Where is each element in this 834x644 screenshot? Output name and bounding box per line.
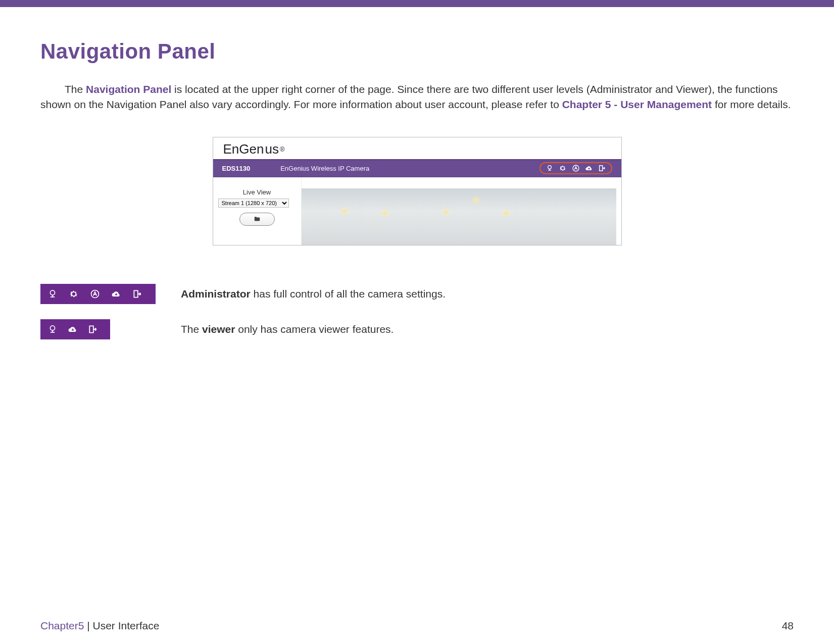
- footer-separator: |: [84, 620, 92, 631]
- user-a-icon[interactable]: [90, 289, 100, 299]
- logout-icon[interactable]: [88, 324, 98, 334]
- live-view-label: Live View: [218, 188, 296, 196]
- logo-registered: ®: [280, 145, 285, 153]
- gear-icon[interactable]: [69, 289, 79, 299]
- top-purple-bar: [0, 0, 834, 7]
- page-number: 48: [782, 620, 794, 632]
- footer-breadcrumb: Chapter5 | User Interface: [40, 620, 159, 632]
- device-title: EnGenius Wireless IP Camera: [280, 165, 539, 172]
- admin-label: Administrator: [181, 288, 251, 300]
- admin-icon-bar: [40, 284, 156, 304]
- admin-description: Administrator has full control of all th…: [181, 288, 446, 300]
- viewer-text: only has camera viewer features.: [235, 323, 394, 335]
- viewer-label: viewer: [202, 323, 235, 335]
- folder-button[interactable]: [239, 213, 275, 226]
- footer-chapter: Chapter5: [40, 620, 84, 631]
- cloud-download-icon[interactable]: [111, 289, 121, 299]
- svg-point-0: [548, 166, 551, 169]
- screenshot-header: EnGen us ®: [213, 137, 621, 159]
- camera-icon[interactable]: [47, 289, 58, 299]
- intro-paragraph: The Navigation Panel is located at the u…: [40, 82, 794, 113]
- viewer-row: The viewer only has camera viewer featur…: [40, 319, 794, 339]
- page-content: Navigation Panel The Navigation Panel is…: [0, 7, 834, 644]
- screenshot-sidebar: Live View Stream 1 (1280 x 720): [213, 177, 302, 245]
- logout-icon[interactable]: [132, 289, 142, 299]
- camera-icon[interactable]: [47, 324, 58, 334]
- cloud-download-icon[interactable]: [68, 324, 78, 334]
- logo-text-prefix: EnGen: [223, 141, 264, 157]
- viewer-icon-bar: [40, 319, 110, 339]
- device-model: EDS1130: [222, 165, 251, 172]
- gear-icon[interactable]: [559, 164, 567, 172]
- viewer-prefix: The: [181, 323, 202, 335]
- viewer-description: The viewer only has camera viewer featur…: [181, 323, 394, 335]
- footer-section: User Interface: [93, 620, 160, 631]
- screenshot-body: Live View Stream 1 (1280 x 720): [213, 177, 621, 245]
- svg-point-2: [50, 290, 55, 295]
- para-text-1: The: [65, 83, 86, 95]
- camera-ui-screenshot: EnGen us ® EDS1130 EnGenius Wireless IP …: [213, 137, 622, 245]
- svg-point-4: [50, 326, 55, 330]
- engenius-logo: EnGen us ®: [223, 141, 285, 157]
- para-em-navigation-panel: Navigation Panel: [86, 83, 171, 95]
- para-em-chapter-link: Chapter 5 - User Management: [562, 98, 712, 110]
- page-heading: Navigation Panel: [40, 39, 794, 64]
- nav-panel-highlight: [539, 162, 612, 174]
- logo-text-suffix: us: [265, 141, 278, 157]
- camera-preview: [302, 188, 616, 245]
- camera-icon[interactable]: [546, 164, 554, 172]
- screenshot-purple-bar: EDS1130 EnGenius Wireless IP Camera: [213, 159, 621, 177]
- admin-text: has full control of all the camera setti…: [251, 288, 446, 300]
- user-a-icon[interactable]: [572, 164, 580, 172]
- administrator-row: Administrator has full control of all th…: [40, 284, 794, 304]
- stream-select[interactable]: Stream 1 (1280 x 720): [218, 199, 289, 208]
- page-footer: Chapter5 | User Interface 48: [40, 620, 794, 632]
- logout-icon[interactable]: [598, 164, 606, 172]
- para-text-3: for more details.: [712, 98, 791, 110]
- cloud-download-icon[interactable]: [585, 164, 593, 172]
